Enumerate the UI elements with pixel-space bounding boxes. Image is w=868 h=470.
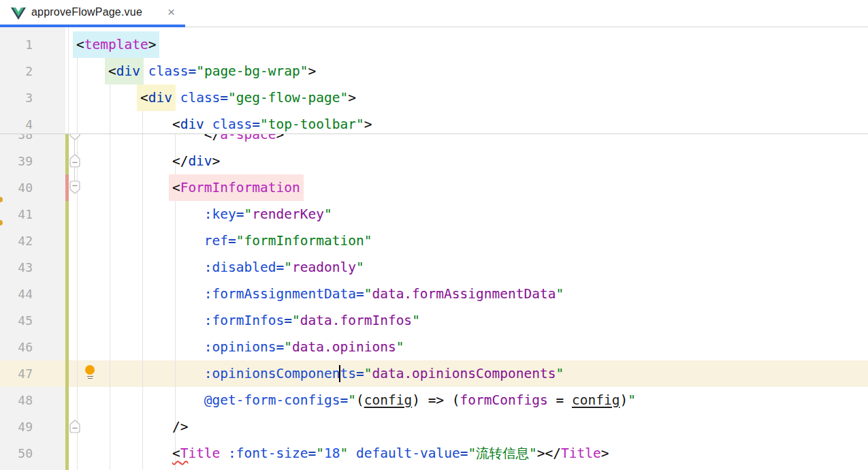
token: "page-bg-wrap"	[196, 63, 308, 79]
token: )	[412, 392, 428, 408]
line-number[interactable]: 46	[0, 334, 33, 360]
line-number[interactable]: 45	[0, 307, 33, 334]
line-number[interactable]: 1	[0, 31, 33, 58]
token: =	[460, 445, 468, 461]
token: 18	[324, 445, 340, 461]
intention-bulb-icon[interactable]	[84, 365, 95, 380]
token-highlight: <FormInformation	[169, 174, 304, 201]
fold-start-marker-icon[interactable]	[69, 181, 80, 194]
token: div	[148, 90, 172, 106]
token	[76, 419, 172, 435]
token: div	[188, 153, 212, 169]
token: <	[140, 90, 148, 106]
line-number[interactable]: 48	[0, 387, 33, 413]
token: (	[452, 392, 460, 408]
code-text: :disabled="readonly"	[76, 254, 364, 281]
code-line-50[interactable]: 50 <Title :font-size="18" default-value=…	[0, 440, 868, 467]
code-line-49[interactable]: 49 />	[0, 413, 868, 440]
token: "formInformation"	[236, 233, 372, 249]
sticky-separator	[0, 134, 868, 134]
code-text: @get-form-configs="(config) => (formConf…	[76, 387, 636, 413]
token: "	[628, 392, 636, 408]
token	[76, 286, 204, 302]
line-number[interactable]: 42	[0, 228, 33, 254]
code-line-46[interactable]: 46 :opinions="data.opinions"	[0, 334, 868, 360]
token	[76, 260, 204, 275]
line-number[interactable]: 41	[0, 201, 33, 228]
line-number[interactable]: 39	[0, 148, 33, 174]
fold-end-marker-icon[interactable]	[69, 154, 80, 168]
token	[172, 90, 180, 106]
token: "	[356, 260, 364, 275]
fold-end-marker-icon[interactable]	[69, 420, 80, 433]
line-number[interactable]: 3	[0, 84, 33, 111]
vue-logo-icon	[11, 7, 26, 20]
token: =	[308, 445, 317, 461]
code-line-45[interactable]: 45 :formInfos="data.formInfos"	[0, 307, 868, 334]
token: formConfigs	[460, 392, 548, 408]
token: "	[364, 286, 372, 302]
line-number[interactable]: 40	[0, 174, 33, 201]
code-line-44[interactable]: 44 :formAssignmentData="data.formAssignm…	[0, 281, 868, 307]
code-line-47[interactable]: 47 :opinionsComponents="data.opinionsCom…	[0, 360, 868, 387]
token: <	[172, 445, 180, 461]
token: div	[180, 116, 204, 132]
code-line-41[interactable]: 41 :key="renderKey"	[0, 201, 868, 228]
code-line-48[interactable]: 48 @get-form-configs="(config) => (formC…	[0, 387, 868, 413]
code-line-3[interactable]: 3 <div class="geg-flow-page">	[0, 84, 868, 111]
token: =	[228, 233, 236, 249]
tab-approveflowpage[interactable]: approveFlowPage.vue ×	[0, 0, 185, 27]
vcs-modified-stripe	[65, 134, 69, 174]
token	[76, 445, 172, 461]
token: >	[348, 90, 356, 106]
token: data.formInfos	[300, 313, 412, 328]
token: class	[148, 63, 189, 79]
code-line-40[interactable]: 40 <FormInformation	[0, 174, 868, 201]
line-number[interactable]: 2	[0, 58, 33, 84]
vcs-deleted-stripe	[65, 174, 69, 201]
token: :font-size	[228, 445, 308, 461]
token: =	[548, 392, 572, 408]
code-text: <div class="page-bg-wrap">	[76, 58, 316, 84]
code-editor[interactable]: 38 </a-space>39 </div>40 <FormInformatio…	[0, 27, 868, 470]
line-number[interactable]: 50	[0, 440, 33, 467]
token	[76, 90, 140, 106]
tab-title: approveFlowPage.vue	[31, 6, 142, 18]
line-number[interactable]: 43	[0, 254, 33, 281]
token: <	[108, 63, 116, 79]
token: class	[212, 116, 253, 132]
code-line-1[interactable]: 1<template>	[0, 31, 868, 58]
line-number[interactable]: 47	[0, 360, 33, 387]
code-text: :key="renderKey"	[76, 201, 332, 228]
token	[76, 63, 108, 79]
code-text: <Title :font-size="18" default-value="流转…	[76, 440, 609, 467]
token: >	[148, 37, 157, 52]
token: "top-toolbar"	[260, 116, 364, 132]
token	[140, 63, 148, 79]
token	[204, 116, 212, 132]
code-line-2[interactable]: 2 <div class="page-bg-wrap">	[0, 58, 868, 84]
code-text: :opinions="data.opinions"	[76, 334, 404, 360]
line-number[interactable]: 49	[0, 413, 33, 440]
code-line-4[interactable]: 4 <div class="top-toolbar">	[0, 111, 868, 134]
code-text: <div class="top-toolbar">	[76, 111, 372, 134]
token-highlight: <div	[137, 84, 176, 111]
code-line-39[interactable]: 39 </div>	[0, 148, 868, 174]
token-highlight: <div	[105, 58, 144, 84]
token: FormInformation	[180, 180, 300, 195]
token: data.formAssignmentData	[372, 286, 556, 302]
line-number[interactable]: 4	[0, 111, 33, 134]
line-number[interactable]: 44	[0, 281, 33, 307]
code-line-42[interactable]: 42 ref="formInformation"	[0, 228, 868, 254]
token: "	[556, 366, 564, 381]
code-text: />	[76, 413, 188, 440]
token: >	[308, 63, 317, 79]
token: "	[244, 206, 253, 222]
token: =	[236, 206, 244, 222]
token: "	[396, 339, 404, 355]
token: >	[537, 445, 545, 461]
token: "流转信息"	[468, 445, 536, 461]
code-line-43[interactable]: 43 :disabled="readonly"	[0, 254, 868, 281]
code-text: :opinionsComponents="data.opinionsCompon…	[76, 360, 564, 387]
close-icon[interactable]: ×	[167, 5, 175, 20]
